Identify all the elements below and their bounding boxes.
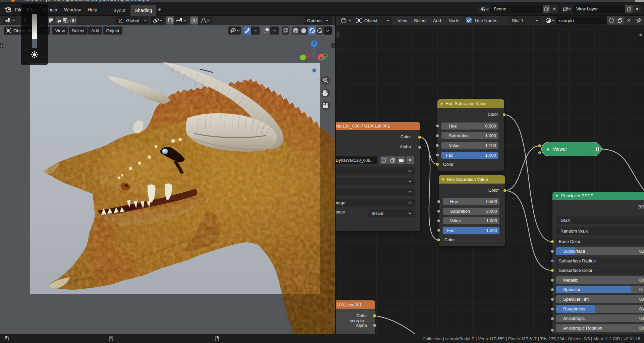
svg-text:Z: Z xyxy=(313,42,315,46)
svg-text:X: X xyxy=(320,55,323,60)
